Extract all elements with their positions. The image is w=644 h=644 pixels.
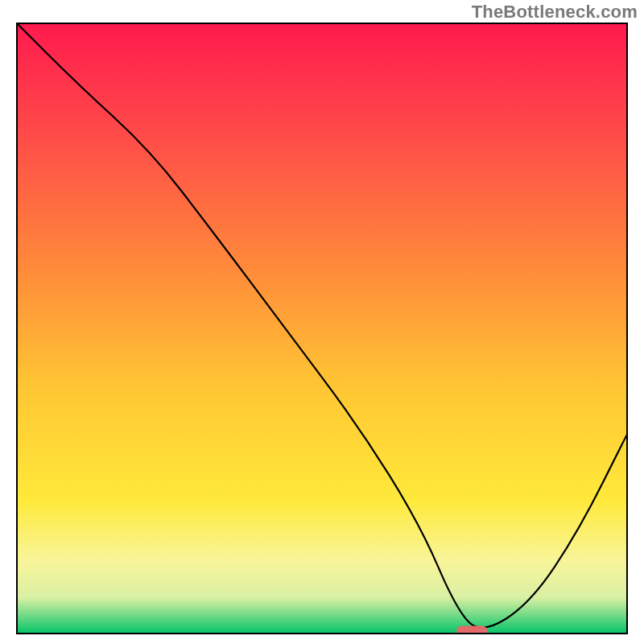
chart-plot-area: [16, 23, 628, 634]
watermark-text: TheBottleneck.com: [472, 2, 638, 23]
chart-svg: [16, 23, 628, 634]
chart-background-gradient: [16, 23, 628, 634]
